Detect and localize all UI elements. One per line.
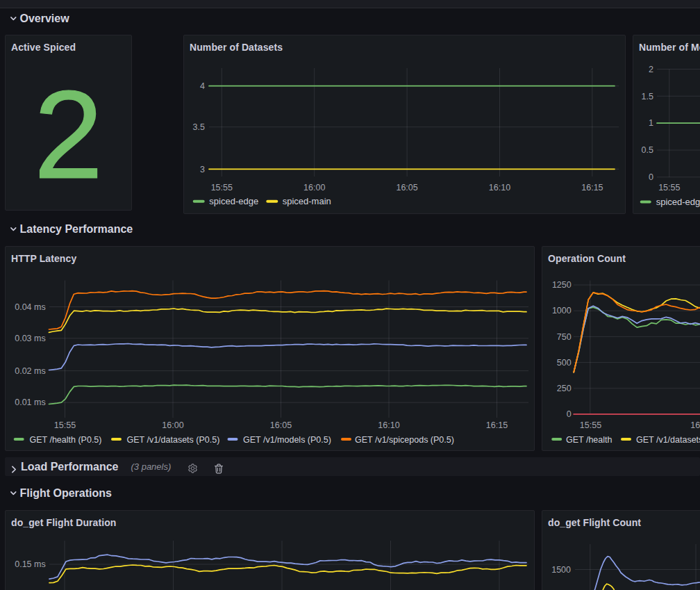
svg-text:500: 500 bbox=[557, 358, 572, 368]
svg-text:spiced-main: spiced-main bbox=[283, 196, 331, 206]
svg-text:0.04 ms: 0.04 ms bbox=[15, 302, 45, 312]
svg-text:16:00: 16:00 bbox=[162, 420, 183, 430]
svg-text:GET /health: GET /health bbox=[566, 435, 612, 445]
svg-text:1: 1 bbox=[649, 118, 653, 128]
svg-text:16:00: 16:00 bbox=[303, 183, 325, 192]
svg-text:15:55: 15:55 bbox=[54, 420, 76, 430]
svg-text:1000: 1000 bbox=[552, 306, 572, 316]
svg-text:16:10: 16:10 bbox=[489, 183, 510, 192]
svg-text:750: 750 bbox=[557, 332, 572, 342]
svg-text:spiced-edge: spiced-edge bbox=[656, 197, 700, 207]
svg-text:16:10: 16:10 bbox=[378, 420, 399, 430]
svg-text:GET /v1/spicepods (P0.5): GET /v1/spicepods (P0.5) bbox=[355, 435, 454, 445]
svg-text:250: 250 bbox=[557, 384, 572, 393]
svg-text:15:55: 15:55 bbox=[211, 183, 233, 192]
svg-text:spiced-edge: spiced-edge bbox=[209, 196, 258, 206]
svg-text:4: 4 bbox=[200, 81, 205, 91]
svg-text:16:05: 16:05 bbox=[270, 420, 292, 430]
svg-text:GET /health (P0.5): GET /health (P0.5) bbox=[30, 435, 102, 445]
svg-text:GET /v1/datasets (P0.5): GET /v1/datasets (P0.5) bbox=[127, 435, 220, 445]
svg-text:0.02 ms: 0.02 ms bbox=[15, 366, 45, 376]
svg-text:1.5: 1.5 bbox=[642, 92, 653, 101]
svg-text:0: 0 bbox=[649, 172, 653, 182]
svg-text:16:15: 16:15 bbox=[581, 183, 603, 192]
svg-text:15:55: 15:55 bbox=[658, 183, 680, 192]
svg-text:0.5: 0.5 bbox=[642, 145, 653, 155]
svg-text:16:00: 16:00 bbox=[690, 420, 700, 430]
svg-text:1250: 1250 bbox=[552, 280, 572, 290]
svg-text:3.5: 3.5 bbox=[193, 122, 205, 132]
svg-text:GET /v1/datasets: GET /v1/datasets bbox=[636, 435, 700, 445]
svg-text:GET /v1/models (P0.5): GET /v1/models (P0.5) bbox=[243, 435, 331, 445]
svg-text:0.01 ms: 0.01 ms bbox=[15, 398, 45, 407]
svg-text:16:15: 16:15 bbox=[486, 420, 508, 430]
svg-text:0.15 ms: 0.15 ms bbox=[15, 559, 45, 569]
svg-text:16:05: 16:05 bbox=[396, 183, 417, 192]
svg-text:15:55: 15:55 bbox=[580, 420, 601, 430]
svg-text:0.03 ms: 0.03 ms bbox=[15, 334, 45, 343]
svg-text:2: 2 bbox=[649, 65, 653, 74]
svg-text:0: 0 bbox=[567, 409, 572, 419]
svg-text:3: 3 bbox=[200, 165, 205, 174]
svg-text:1500: 1500 bbox=[551, 565, 571, 575]
